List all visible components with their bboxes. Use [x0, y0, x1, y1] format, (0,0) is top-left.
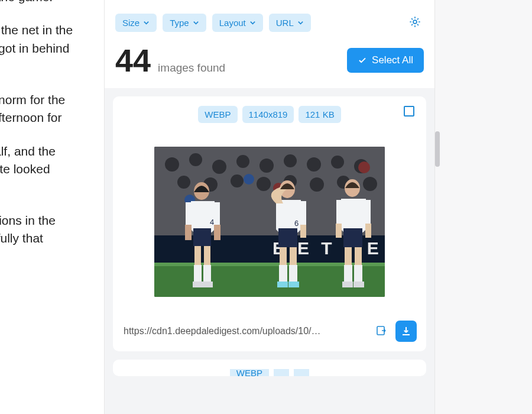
svg-rect-53 [343, 228, 362, 247]
badge-filesize [294, 369, 309, 376]
result-count: 44 [115, 44, 151, 76]
svg-point-15 [257, 177, 271, 191]
svg-point-20 [358, 161, 370, 173]
svg-point-6 [236, 155, 249, 168]
filter-url-label: URL [276, 18, 294, 28]
download-icon [401, 326, 411, 337]
svg-rect-34 [193, 282, 203, 287]
svg-rect-37 [213, 202, 220, 226]
chevron-down-icon [297, 20, 304, 26]
filter-layout[interactable]: Layout [212, 14, 263, 32]
badge-format: WEBP [230, 369, 269, 376]
article-paragraph: on goal. In what is becoming the norm fo… [0, 91, 106, 127]
svg-rect-47 [277, 282, 288, 287]
result-count-label: images found [158, 62, 225, 75]
image-url[interactable]: https://cdn1.deepdaledigest.com/uploads/… [122, 324, 367, 339]
article-paragraph: does now give us some more options in th… [0, 212, 106, 248]
chevron-down-icon [143, 20, 150, 26]
svg-rect-32 [194, 265, 202, 283]
svg-point-3 [165, 157, 179, 172]
filter-url[interactable]: URL [269, 14, 311, 32]
badge-dimensions [274, 369, 289, 376]
filter-type[interactable]: Type [163, 14, 206, 32]
card-checkbox[interactable] [404, 106, 414, 117]
badge-format: WEBP [198, 106, 237, 123]
svg-rect-59 [353, 282, 364, 287]
svg-point-4 [189, 153, 202, 166]
svg-rect-48 [288, 282, 299, 287]
image-card: WEBP 1140x819 121 KB [113, 96, 426, 351]
svg-text:6: 6 [294, 219, 299, 228]
svg-point-22 [244, 174, 254, 185]
svg-point-17 [310, 177, 324, 192]
filter-layout-label: Layout [219, 18, 246, 28]
article-line: e very few positives to take from the ga… [0, 0, 106, 6]
card-badges: WEBP 1140x819 121 KB [122, 106, 417, 123]
svg-rect-33 [203, 265, 211, 283]
svg-rect-46 [289, 265, 297, 283]
svg-rect-63 [365, 224, 371, 238]
svg-rect-49 [300, 201, 306, 226]
image-downloader-panel: Size Type Layout URL 44 images found Se [104, 0, 435, 414]
download-button[interactable] [395, 321, 417, 342]
filter-bar: Size Type Layout URL [105, 0, 434, 37]
filter-size[interactable]: Size [115, 14, 157, 32]
svg-point-12 [177, 176, 190, 189]
background-article: e very few positives to take from the ga… [0, 0, 106, 263]
result-count-row: 44 images found Select All [105, 37, 434, 88]
filter-size-label: Size [122, 18, 140, 28]
card-badges: WEBP [122, 369, 417, 376]
svg-rect-61 [365, 200, 371, 225]
svg-point-19 [363, 177, 377, 191]
filter-type-label: Type [170, 18, 189, 28]
open-external-icon [375, 325, 387, 337]
select-all-label: Select All [372, 54, 413, 66]
svg-rect-35 [203, 282, 213, 287]
svg-point-14 [231, 174, 244, 187]
svg-rect-42 [278, 228, 297, 247]
svg-rect-60 [336, 200, 342, 225]
svg-rect-29 [193, 228, 211, 246]
svg-rect-45 [279, 265, 287, 283]
svg-rect-38 [185, 225, 192, 240]
svg-point-7 [259, 159, 274, 173]
svg-rect-50 [300, 225, 306, 238]
image-card: WEBP [113, 360, 426, 376]
svg-point-9 [307, 157, 321, 172]
svg-point-5 [212, 160, 226, 174]
card-footer: https://cdn1.deepdaledigest.com/uploads/… [122, 321, 417, 342]
svg-text:4: 4 [210, 218, 214, 227]
svg-point-0 [413, 20, 417, 24]
article-paragraph: Same Greenwood had the ball in the net i… [0, 21, 106, 75]
image-thumbnail[interactable]: B E T T E N [154, 147, 385, 297]
check-icon [358, 56, 367, 65]
chevron-down-icon [249, 20, 256, 26]
svg-rect-62 [336, 224, 342, 238]
gear-icon [408, 15, 421, 28]
results-list[interactable]: WEBP 1140x819 121 KB [105, 88, 434, 414]
open-link-button[interactable] [372, 321, 391, 342]
select-all-button[interactable]: Select All [347, 48, 424, 73]
settings-button[interactable] [406, 13, 424, 33]
svg-rect-56 [344, 265, 352, 283]
scrollbar-thumb[interactable] [435, 131, 440, 167]
svg-rect-39 [214, 225, 220, 240]
chevron-down-icon [193, 20, 199, 26]
svg-rect-36 [186, 202, 192, 226]
svg-rect-57 [354, 265, 362, 283]
svg-point-10 [331, 156, 344, 169]
article-paragraph: d on as the start of the second half, an… [0, 143, 106, 196]
badge-filesize: 121 KB [299, 106, 340, 123]
svg-rect-58 [342, 282, 353, 287]
svg-point-8 [284, 154, 297, 167]
badge-dimensions: 1140x819 [242, 106, 294, 123]
page-gutter [435, 0, 532, 414]
